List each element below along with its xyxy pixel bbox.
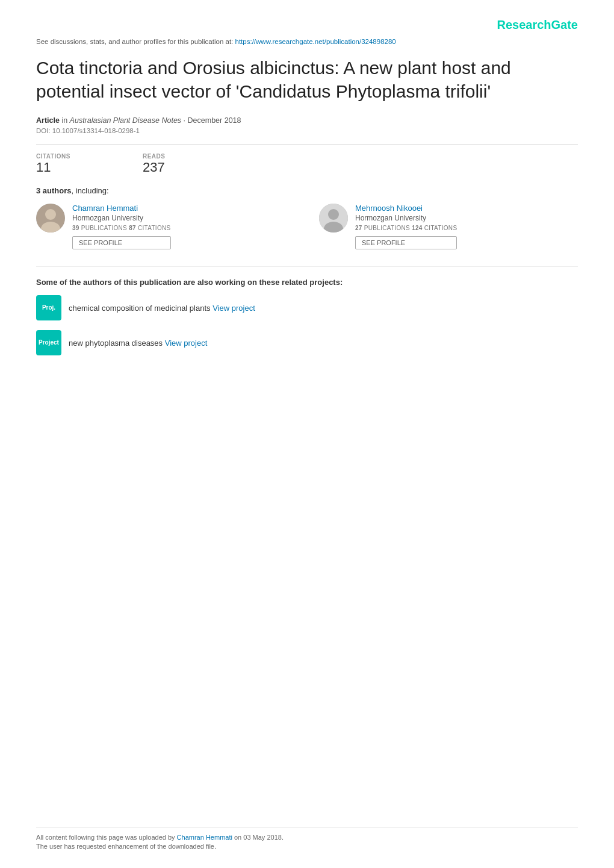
brand-logo: ResearchGate bbox=[497, 18, 578, 32]
article-date: December 2018 bbox=[188, 116, 241, 125]
article-journal: Australasian Plant Disease Notes bbox=[70, 116, 182, 125]
reads-label: READS bbox=[143, 153, 166, 160]
related-projects-heading: Some of the authors of this publication … bbox=[36, 266, 578, 287]
authors-heading: 3 authors, including: bbox=[36, 186, 578, 195]
author-card-2: Mehrnoosh Nikooei Hormozgan University 2… bbox=[319, 204, 578, 249]
author-cites-label-1: CITATIONS bbox=[138, 225, 171, 231]
project-badge-label-2: Project bbox=[39, 339, 59, 346]
see-profile-button-2[interactable]: SEE PROFILE bbox=[355, 236, 457, 249]
project-text-1: chemical composition of medicinal plants… bbox=[69, 304, 255, 313]
project-item-2: Project new phytoplasma diseases View pr… bbox=[36, 330, 578, 355]
project-badge-label-1: Proj. bbox=[42, 304, 55, 311]
footer-uploaded-date: on 03 May 2018. bbox=[234, 834, 284, 841]
authors-count: 3 authors bbox=[36, 186, 72, 195]
author-cites-value-2: 124 bbox=[412, 225, 423, 231]
project-item-1: Proj. chemical composition of medicinal … bbox=[36, 295, 578, 320]
author-name-1[interactable]: Chamran Hemmati bbox=[72, 204, 171, 213]
top-notice: See discussions, stats, and author profi… bbox=[36, 38, 578, 45]
project-description-2: new phytoplasma diseases bbox=[69, 339, 163, 348]
article-type: Article bbox=[36, 116, 60, 125]
author-info-1: Chamran Hemmati Hormozgan University 39 … bbox=[72, 204, 171, 249]
page-footer: All content following this page was uplo… bbox=[36, 827, 578, 850]
article-meta: Article in Australasian Plant Disease No… bbox=[36, 116, 578, 125]
see-profile-button-1[interactable]: SEE PROFILE bbox=[72, 236, 171, 249]
project-badge-2: Project bbox=[36, 330, 61, 355]
project-link-2[interactable]: View project bbox=[165, 339, 208, 348]
author-affiliation-1: Hormozgan University bbox=[72, 214, 171, 222]
reads-value: 237 bbox=[143, 160, 166, 175]
footer-uploaded-text: All content following this page was uplo… bbox=[36, 834, 578, 841]
author-pubs-label-2: PUBLICATIONS bbox=[364, 225, 412, 231]
reads-stat: READS 237 bbox=[143, 153, 166, 175]
project-link-1[interactable]: View project bbox=[212, 304, 255, 313]
author-avatar-2 bbox=[319, 204, 348, 233]
footer-uploaded-prefix: All content following this page was uplo… bbox=[36, 834, 175, 841]
footer-uploaded-by[interactable]: Chamran Hemmati bbox=[177, 834, 232, 841]
footer-notice: The user has requested enhancement of th… bbox=[36, 843, 578, 850]
article-title: Cota tinctoria and Orosius albicinctus: … bbox=[36, 56, 578, 103]
svg-point-4 bbox=[328, 209, 339, 220]
stats-row: CITATIONS 11 READS 237 bbox=[36, 153, 578, 175]
author-pubs-value-2: 27 bbox=[355, 225, 362, 231]
article-in: in bbox=[61, 116, 69, 125]
author-cites-value-1: 87 bbox=[129, 225, 136, 231]
citations-stat: CITATIONS 11 bbox=[36, 153, 70, 175]
author-info-2: Mehrnoosh Nikooei Hormozgan University 2… bbox=[355, 204, 457, 249]
header-bar: ResearchGate bbox=[36, 18, 578, 32]
author-pubs-label-1: PUBLICATIONS bbox=[81, 225, 129, 231]
author-pubs-value-1: 39 bbox=[72, 225, 79, 231]
doi-line: DOI: 10.1007/s13314-018-0298-1 bbox=[36, 127, 578, 134]
authors-grid: Chamran Hemmati Hormozgan University 39 … bbox=[36, 204, 578, 249]
top-notice-text: See discussions, stats, and author profi… bbox=[36, 38, 233, 45]
citations-value: 11 bbox=[36, 160, 70, 175]
author-cites-label-2: CITATIONS bbox=[424, 225, 457, 231]
project-badge-1: Proj. bbox=[36, 295, 61, 320]
author-affiliation-2: Hormozgan University bbox=[355, 214, 457, 222]
citations-label: CITATIONS bbox=[36, 153, 70, 160]
author-avatar-1 bbox=[36, 204, 65, 233]
svg-point-1 bbox=[45, 209, 56, 220]
author-name-2[interactable]: Mehrnoosh Nikooei bbox=[355, 204, 457, 213]
article-dot: · bbox=[184, 116, 188, 125]
divider-1 bbox=[36, 144, 578, 145]
authors-heading-suffix: , including: bbox=[72, 186, 109, 195]
author-card-1: Chamran Hemmati Hormozgan University 39 … bbox=[36, 204, 295, 249]
brand-logo-text: ResearchGate bbox=[497, 18, 578, 31]
project-text-2: new phytoplasma diseases View project bbox=[69, 339, 207, 348]
footer-divider bbox=[36, 827, 578, 828]
author-stats-2: 27 PUBLICATIONS 124 CITATIONS bbox=[355, 225, 457, 231]
author-stats-1: 39 PUBLICATIONS 87 CITATIONS bbox=[72, 225, 171, 231]
publication-link[interactable]: https://www.researchgate.net/publication… bbox=[235, 38, 396, 45]
project-description-1: chemical composition of medicinal plants bbox=[69, 304, 211, 313]
